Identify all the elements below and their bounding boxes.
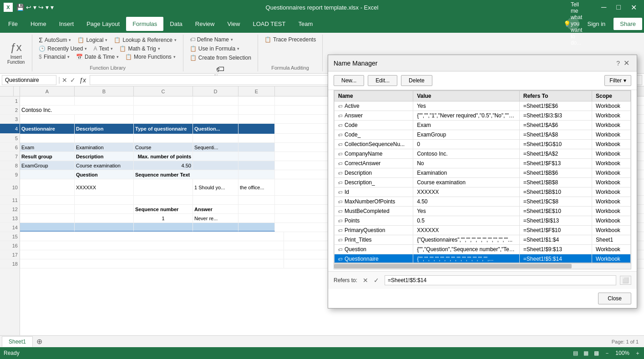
cell-a11[interactable] xyxy=(20,196,75,204)
cell-d1[interactable] xyxy=(193,96,238,105)
cell-e10[interactable]: the office... xyxy=(238,179,275,196)
menu-formulas[interactable]: Formulas xyxy=(126,17,163,31)
cell-c7[interactable]: Max. number of points xyxy=(134,152,193,161)
cell-a6[interactable]: Exam xyxy=(20,143,75,152)
cell-d13[interactable]: Never re... xyxy=(193,214,238,222)
cell-a9[interactable] xyxy=(20,170,75,179)
nm-row-mustbecompleted[interactable]: 🏷MustBeCompleted Yes =Sheet1!$E$10 Workb… xyxy=(335,207,631,216)
cell-d2[interactable] xyxy=(193,106,238,114)
cell-a12[interactable] xyxy=(20,205,75,213)
help-search[interactable]: 💡 Tell me what you want to do... xyxy=(567,17,579,30)
refers-to-input[interactable] xyxy=(385,275,616,285)
refers-to-expand-btn[interactable]: ⬜ xyxy=(620,276,631,285)
refers-to-confirm-icon[interactable]: ✓ xyxy=(372,276,381,285)
cell-d7[interactable] xyxy=(193,152,238,161)
sign-in-btn[interactable]: Sign in xyxy=(583,18,610,30)
cell-d4[interactable]: Question... xyxy=(193,124,238,134)
cell-a7[interactable]: Result group xyxy=(20,152,75,161)
cell-c9[interactable]: Sequence number Text xyxy=(134,170,238,179)
nm-row-printtitles[interactable]: 🏷Print_Titles {"Questionnaires","","",""… xyxy=(335,235,631,245)
cell-b7[interactable]: Description xyxy=(75,152,134,161)
confirm-formula-icon[interactable]: ✓ xyxy=(70,76,76,84)
cell-c1[interactable] xyxy=(134,96,193,105)
close-btn[interactable]: ✕ xyxy=(627,1,640,14)
undo-dropdown-icon[interactable]: ▾ xyxy=(33,4,36,11)
view-normal-icon[interactable]: ▤ xyxy=(573,350,578,356)
create-from-selection-btn[interactable]: 📋 Create from Selection xyxy=(187,54,254,62)
cell-a4[interactable]: Questionnaire xyxy=(20,124,75,134)
lookup-dropdown-icon[interactable]: ▾ xyxy=(174,38,177,42)
cell-b1[interactable] xyxy=(75,96,134,105)
redo-icon[interactable]: ↪ xyxy=(38,4,44,11)
cell-row16[interactable] xyxy=(20,241,284,250)
add-sheet-btn[interactable]: ⊕ xyxy=(34,337,45,346)
dialog-help-btn[interactable]: ? xyxy=(616,60,620,67)
filter-btn[interactable]: Filter ▾ xyxy=(604,75,631,86)
nm-row-companyname[interactable]: 🏷CompanyName Contoso Inc. =Sheet1!$A$2 W… xyxy=(335,149,631,159)
nm-row-correctanswer[interactable]: 🏷CorrectAnswer No =Sheet1!$F$13 Workbook xyxy=(335,159,631,168)
more-functions-dropdown-icon[interactable]: ▾ xyxy=(173,55,176,59)
cell-e14[interactable] xyxy=(238,223,275,232)
menu-file[interactable]: File xyxy=(2,17,24,31)
save-icon[interactable]: 💾 xyxy=(16,4,24,11)
cell-b10[interactable]: XXXXXX xyxy=(75,179,134,196)
dialog-close-x-btn[interactable]: ✕ xyxy=(622,59,631,67)
nm-row-code-[interactable]: 🏷Code_ ExamGroup =Sheet1!$A$8 Workbook xyxy=(335,130,631,140)
use-formula-dropdown-icon[interactable]: ▾ xyxy=(237,46,239,51)
undo-icon[interactable]: ↩ xyxy=(26,4,31,11)
more-functions-btn[interactable]: 📋 More Functions ▾ xyxy=(122,53,178,61)
cell-a13[interactable] xyxy=(20,214,75,222)
cell-b13[interactable] xyxy=(75,214,134,222)
financial-dropdown-icon[interactable]: ▾ xyxy=(67,55,70,59)
cell-d3[interactable] xyxy=(193,115,238,123)
restore-btn[interactable]: □ xyxy=(613,1,624,13)
cell-e5[interactable] xyxy=(238,134,275,142)
cell-d10[interactable]: 1 Should yo... xyxy=(193,179,238,196)
refers-to-cancel-icon[interactable]: ✕ xyxy=(361,276,370,285)
cell-a8[interactable]: ExamGroup xyxy=(20,161,75,170)
redo-dropdown-icon[interactable]: ▾ xyxy=(46,4,49,11)
nm-row-questionnaire[interactable]: 🏷Questionnaire {"","","","","","","","",… xyxy=(335,254,631,263)
nm-row-code[interactable]: 🏷Code Exam =Sheet1!$A$6 Workbook xyxy=(335,121,631,130)
cell-c10[interactable] xyxy=(134,179,193,196)
menu-load-test[interactable]: LOAD TEST xyxy=(246,17,292,31)
cell-e8[interactable] xyxy=(238,161,275,170)
cell-c11[interactable] xyxy=(134,196,193,204)
cell-d11[interactable] xyxy=(193,196,238,204)
cell-e9[interactable] xyxy=(238,170,275,179)
cell-row18[interactable] xyxy=(20,259,284,268)
delete-btn[interactable]: Delete xyxy=(401,75,432,86)
cell-e7[interactable] xyxy=(238,152,275,161)
cell-b4[interactable]: Description xyxy=(75,124,134,134)
logical-dropdown-icon[interactable]: ▾ xyxy=(105,38,107,42)
cell-e11[interactable] xyxy=(238,196,275,204)
cell-e2[interactable] xyxy=(238,106,275,114)
logical-btn[interactable]: 📋 Logical ▾ xyxy=(75,35,110,45)
cell-c12[interactable]: Sequence number xyxy=(134,205,193,213)
define-name-btn[interactable]: 🏷 Define Name ▾ xyxy=(187,35,236,44)
insert-function-btn[interactable]: ƒx InsertFunction xyxy=(4,35,28,70)
menu-data[interactable]: Data xyxy=(163,17,188,31)
customize-icon[interactable]: ▾ xyxy=(51,4,54,11)
sheet-tab-sheet1[interactable]: Sheet1 xyxy=(2,336,33,347)
cell-e13[interactable] xyxy=(238,214,275,222)
cell-row17[interactable] xyxy=(20,250,284,259)
view-layout-icon[interactable]: ▦ xyxy=(583,350,588,356)
cell-b12[interactable] xyxy=(75,205,134,213)
recently-used-btn[interactable]: 🕒 Recently Used ▾ xyxy=(36,45,90,53)
nm-row-collection[interactable]: 🏷CollectionSequenceNu... 0 =Sheet1!$G$10… xyxy=(335,140,631,149)
cell-a3[interactable] xyxy=(20,115,75,123)
menu-team[interactable]: Team xyxy=(292,17,319,31)
menu-view[interactable]: View xyxy=(221,17,246,31)
cell-a2[interactable]: Contoso Inc. xyxy=(20,106,134,114)
nm-row-maxpoints[interactable]: 🏷MaxNumberOfPoints 4.50 =Sheet1!$C$8 Wor… xyxy=(335,197,631,207)
nm-row-points[interactable]: 🏷Points 0.5 =Sheet1!$I$13 Workbook xyxy=(335,216,631,226)
cell-row15[interactable] xyxy=(20,232,284,241)
financial-btn[interactable]: $ Financial ▾ xyxy=(36,53,72,61)
text-btn[interactable]: A Text ▾ xyxy=(91,45,116,53)
edit-btn[interactable]: Edit... xyxy=(368,75,397,86)
trace-precedents-btn[interactable]: 📋 Trace Precedents xyxy=(262,35,319,44)
recently-used-dropdown-icon[interactable]: ▾ xyxy=(85,46,87,51)
nm-row-description[interactable]: 🏷Description Examination =Sheet1!$B$6 Wo… xyxy=(335,168,631,178)
cell-c14[interactable] xyxy=(134,223,193,232)
